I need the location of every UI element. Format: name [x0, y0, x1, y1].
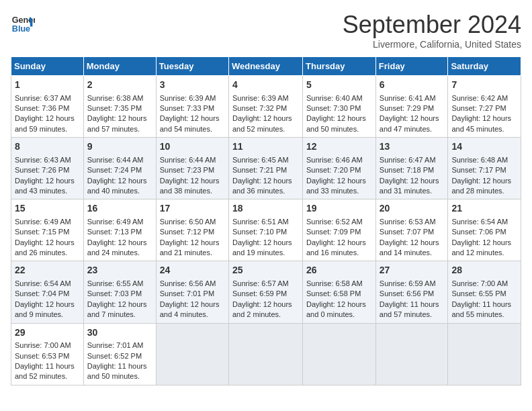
- sunset-text: Sunset: 7:23 PM: [160, 165, 225, 175]
- day-number: 3: [160, 79, 225, 92]
- daylight-text: Daylight: 12 hours and 7 minutes.: [87, 300, 152, 320]
- sunset-text: Sunset: 6:53 PM: [15, 351, 80, 361]
- daylight-text: Daylight: 12 hours and 26 minutes.: [15, 238, 80, 259]
- sunset-text: Sunset: 7:18 PM: [380, 165, 445, 175]
- sunrise-text: Sunrise: 6:47 AM: [380, 155, 445, 165]
- daylight-text: Daylight: 12 hours and 4 minutes.: [160, 300, 225, 320]
- day-header-sunday: Sunday: [11, 57, 84, 76]
- day-number: 10: [160, 140, 225, 154]
- sunrise-text: Sunrise: 6:56 AM: [160, 279, 225, 289]
- daylight-text: Daylight: 11 hours and 50 minutes.: [87, 361, 152, 382]
- calendar-cell: [375, 323, 448, 385]
- day-number: 29: [15, 326, 80, 340]
- sunset-text: Sunset: 6:58 PM: [306, 289, 372, 299]
- calendar-cell: 18Sunrise: 6:51 AMSunset: 7:10 PMDayligh…: [228, 199, 302, 261]
- day-number: 27: [380, 264, 445, 277]
- day-number: 23: [87, 264, 152, 277]
- sunrise-text: Sunrise: 6:39 AM: [232, 93, 299, 103]
- day-number: 13: [380, 140, 445, 154]
- calendar-body: 1Sunrise: 6:37 AMSunset: 7:36 PMDaylight…: [11, 76, 521, 385]
- day-number: 15: [15, 202, 80, 216]
- calendar-cell: 17Sunrise: 6:50 AMSunset: 7:12 PMDayligh…: [156, 199, 228, 261]
- day-number: 26: [306, 264, 372, 277]
- calendar-title: September 2024: [343, 11, 521, 39]
- daylight-text: Daylight: 12 hours and 31 minutes.: [380, 176, 445, 197]
- day-header-monday: Monday: [83, 57, 156, 76]
- day-header-wednesday: Wednesday: [228, 57, 302, 76]
- sunrise-text: Sunrise: 6:49 AM: [15, 217, 80, 227]
- sunset-text: Sunset: 7:04 PM: [15, 289, 80, 299]
- sunrise-text: Sunrise: 6:45 AM: [232, 155, 299, 165]
- daylight-text: Daylight: 12 hours and 59 minutes.: [15, 113, 80, 134]
- calendar-cell: 19Sunrise: 6:52 AMSunset: 7:09 PMDayligh…: [303, 199, 376, 261]
- daylight-text: Daylight: 12 hours and 16 minutes.: [306, 238, 372, 259]
- logo-icon: General Blue: [11, 11, 35, 35]
- daylight-text: Daylight: 11 hours and 55 minutes.: [451, 300, 517, 320]
- daylight-text: Daylight: 12 hours and 2 minutes.: [232, 300, 299, 320]
- day-number: 22: [15, 264, 80, 277]
- calendar-subtitle: Livermore, California, United States: [343, 39, 521, 50]
- calendar-cell: 20Sunrise: 6:53 AMSunset: 7:07 PMDayligh…: [375, 199, 448, 261]
- calendar-cell: 10Sunrise: 6:44 AMSunset: 7:23 PMDayligh…: [156, 138, 228, 199]
- sunset-text: Sunset: 7:03 PM: [87, 289, 152, 299]
- sunrise-text: Sunrise: 6:52 AM: [306, 217, 372, 227]
- sunrise-text: Sunrise: 6:48 AM: [451, 155, 517, 165]
- calendar-cell: 29Sunrise: 7:00 AMSunset: 6:53 PMDayligh…: [11, 323, 84, 385]
- daylight-text: Daylight: 12 hours and 28 minutes.: [451, 176, 517, 197]
- day-number: 2: [87, 79, 152, 92]
- sunrise-text: Sunrise: 6:53 AM: [380, 217, 445, 227]
- sunrise-text: Sunrise: 7:00 AM: [15, 340, 80, 351]
- daylight-text: Daylight: 12 hours and 57 minutes.: [87, 113, 152, 134]
- title-area: September 2024 Livermore, California, Un…: [343, 11, 521, 50]
- daylight-text: Daylight: 12 hours and 24 minutes.: [87, 238, 152, 259]
- sunrise-text: Sunrise: 6:46 AM: [306, 155, 372, 165]
- calendar-cell: 26Sunrise: 6:58 AMSunset: 6:58 PMDayligh…: [303, 261, 376, 323]
- sunrise-text: Sunrise: 6:41 AM: [380, 93, 445, 103]
- calendar-table: SundayMondayTuesdayWednesdayThursdayFrid…: [11, 56, 521, 385]
- daylight-text: Daylight: 12 hours and 45 minutes.: [451, 113, 517, 134]
- calendar-cell: 4Sunrise: 6:39 AMSunset: 7:32 PMDaylight…: [228, 76, 302, 138]
- day-number: 16: [87, 202, 152, 216]
- sunset-text: Sunset: 6:52 PM: [87, 351, 152, 361]
- sunrise-text: Sunrise: 6:57 AM: [232, 279, 299, 289]
- calendar-cell: 30Sunrise: 7:01 AMSunset: 6:52 PMDayligh…: [83, 323, 156, 385]
- calendar-header-row: SundayMondayTuesdayWednesdayThursdayFrid…: [11, 57, 521, 76]
- sunrise-text: Sunrise: 6:58 AM: [306, 279, 372, 289]
- sunrise-text: Sunrise: 6:54 AM: [15, 279, 80, 289]
- daylight-text: Daylight: 12 hours and 40 minutes.: [87, 176, 152, 197]
- day-number: 11: [232, 140, 299, 154]
- day-number: 30: [87, 326, 152, 340]
- sunset-text: Sunset: 7:07 PM: [380, 227, 445, 237]
- calendar-cell: 8Sunrise: 6:43 AMSunset: 7:26 PMDaylight…: [11, 138, 84, 199]
- day-header-saturday: Saturday: [448, 57, 521, 76]
- calendar-week-row: 1Sunrise: 6:37 AMSunset: 7:36 PMDaylight…: [11, 76, 521, 138]
- logo: General Blue: [11, 11, 35, 35]
- calendar-cell: 2Sunrise: 6:38 AMSunset: 7:35 PMDaylight…: [83, 76, 156, 138]
- sunset-text: Sunset: 7:01 PM: [160, 289, 225, 299]
- daylight-text: Daylight: 12 hours and 54 minutes.: [160, 113, 225, 134]
- calendar-week-row: 29Sunrise: 7:00 AMSunset: 6:53 PMDayligh…: [11, 323, 521, 385]
- sunset-text: Sunset: 7:20 PM: [306, 165, 372, 175]
- daylight-text: Daylight: 12 hours and 9 minutes.: [15, 300, 80, 320]
- sunrise-text: Sunrise: 7:01 AM: [87, 340, 152, 351]
- sunset-text: Sunset: 7:09 PM: [306, 227, 372, 237]
- day-number: 19: [306, 202, 372, 216]
- daylight-text: Daylight: 12 hours and 33 minutes.: [306, 176, 372, 197]
- header: General Blue September 2024 Livermore, C…: [11, 11, 521, 50]
- day-number: 7: [451, 79, 517, 92]
- sunset-text: Sunset: 7:06 PM: [451, 227, 517, 237]
- day-number: 17: [160, 202, 225, 216]
- sunrise-text: Sunrise: 6:38 AM: [87, 93, 152, 103]
- day-number: 6: [380, 79, 445, 92]
- day-number: 5: [306, 79, 372, 92]
- calendar-cell: 23Sunrise: 6:55 AMSunset: 7:03 PMDayligh…: [83, 261, 156, 323]
- calendar-cell: [303, 323, 376, 385]
- sunrise-text: Sunrise: 6:44 AM: [160, 155, 225, 165]
- day-number: 24: [160, 264, 225, 277]
- calendar-cell: 5Sunrise: 6:40 AMSunset: 7:30 PMDaylight…: [303, 76, 376, 138]
- sunrise-text: Sunrise: 6:39 AM: [160, 93, 225, 103]
- sunrise-text: Sunrise: 6:43 AM: [15, 155, 80, 165]
- day-number: 8: [15, 140, 80, 154]
- calendar-cell: 12Sunrise: 6:46 AMSunset: 7:20 PMDayligh…: [303, 138, 376, 199]
- sunset-text: Sunset: 6:59 PM: [232, 289, 299, 299]
